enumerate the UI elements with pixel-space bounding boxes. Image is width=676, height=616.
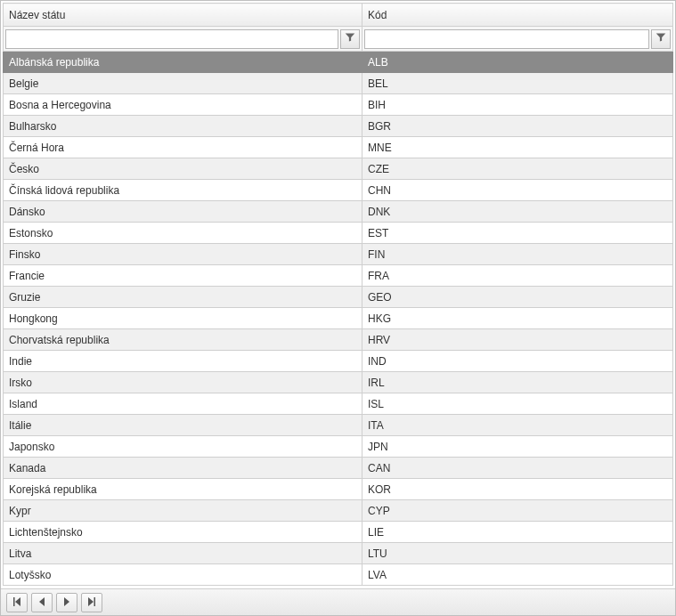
cell-name: Kanada xyxy=(4,458,362,479)
cell-code: KOR xyxy=(362,479,673,500)
cell-code: LTU xyxy=(362,543,673,564)
cell-code: MNE xyxy=(362,137,673,158)
cell-code: LVA xyxy=(362,564,673,586)
cell-code: IRL xyxy=(362,372,673,393)
data-grid: Název státu Kód xyxy=(0,0,676,616)
table-row[interactable]: Chorvatská republikaHRV xyxy=(4,329,673,351)
cell-name: Černá Hora xyxy=(4,137,362,158)
cell-name: Chorvatská republika xyxy=(4,329,362,351)
funnel-icon xyxy=(656,32,666,45)
table-row[interactable]: Korejská republikaKOR xyxy=(4,479,673,500)
cell-code: ISL xyxy=(362,393,673,415)
cell-code: BGR xyxy=(362,116,673,137)
cell-name: Albánská republika xyxy=(4,52,362,73)
funnel-icon xyxy=(345,32,355,45)
cell-code: FRA xyxy=(362,265,673,287)
table-row[interactable]: IndieIND xyxy=(4,351,673,372)
table-row[interactable]: BulharskoBGR xyxy=(4,116,673,137)
table-row[interactable]: HongkongHKG xyxy=(4,308,673,329)
cell-name: Belgie xyxy=(4,73,362,94)
column-header-code[interactable]: Kód xyxy=(362,4,673,27)
cell-name: Česko xyxy=(4,158,362,180)
table-row[interactable]: ItálieITA xyxy=(4,415,673,436)
cell-name: Finsko xyxy=(4,244,362,265)
cell-name: Korejská republika xyxy=(4,479,362,500)
last-icon xyxy=(87,596,96,609)
grid-table: Název státu Kód xyxy=(3,3,673,586)
table-row[interactable]: LichtenštejnskoLIE xyxy=(4,522,673,543)
table-row[interactable]: KyprCYP xyxy=(4,500,673,522)
cell-code: BIH xyxy=(362,94,673,116)
table-row[interactable]: KanadaCAN xyxy=(4,458,673,479)
cell-name: Indie xyxy=(4,351,362,372)
table-row[interactable]: LitvaLTU xyxy=(4,543,673,564)
filter-input-name[interactable] xyxy=(5,29,338,49)
cell-name: Dánsko xyxy=(4,201,362,223)
cell-code: CHN xyxy=(362,180,673,201)
cell-code: JPN xyxy=(362,436,673,458)
filter-input-code[interactable] xyxy=(364,29,649,49)
cell-code: DNK xyxy=(362,201,673,223)
filter-row xyxy=(4,27,673,52)
cell-code: BEL xyxy=(362,73,673,94)
nav-next-button[interactable] xyxy=(56,593,77,612)
cell-code: HKG xyxy=(362,308,673,329)
first-icon xyxy=(12,596,21,609)
header-row: Název státu Kód xyxy=(4,4,673,27)
column-header-name[interactable]: Název státu xyxy=(4,4,362,27)
filter-button-code[interactable] xyxy=(651,29,671,49)
cell-name: Bosna a Hercegovina xyxy=(4,94,362,116)
cell-name: Hongkong xyxy=(4,308,362,329)
cell-name: Lichtenštejnsko xyxy=(4,522,362,543)
filter-cell-name xyxy=(4,27,362,52)
grid-body: Název státu Kód xyxy=(1,1,675,588)
table-row[interactable]: GruzieGEO xyxy=(4,287,673,308)
table-row[interactable]: FinskoFIN xyxy=(4,244,673,265)
cell-code: LIE xyxy=(362,522,673,543)
cell-name: Bulharsko xyxy=(4,116,362,137)
table-row[interactable]: LotyšskoLVA xyxy=(4,564,673,586)
cell-code: ALB xyxy=(362,52,673,73)
cell-name: Francie xyxy=(4,265,362,287)
cell-name: Litva xyxy=(4,543,362,564)
filter-button-name[interactable] xyxy=(340,29,360,49)
table-row[interactable]: EstonskoEST xyxy=(4,223,673,244)
table-row[interactable]: Albánská republikaALB xyxy=(4,52,673,73)
record-navigator xyxy=(1,588,675,615)
nav-prev-button[interactable] xyxy=(31,593,53,612)
cell-name: Gruzie xyxy=(4,287,362,308)
table-row[interactable]: IrskoIRL xyxy=(4,372,673,393)
cell-code: FIN xyxy=(362,244,673,265)
nav-last-button[interactable] xyxy=(81,593,102,612)
cell-code: EST xyxy=(362,223,673,244)
cell-name: Estonsko xyxy=(4,223,362,244)
cell-code: ITA xyxy=(362,415,673,436)
table-row[interactable]: Černá HoraMNE xyxy=(4,137,673,158)
cell-code: CAN xyxy=(362,458,673,479)
table-row[interactable]: JaponskoJPN xyxy=(4,436,673,458)
cell-name: Kypr xyxy=(4,500,362,522)
prev-icon xyxy=(37,596,46,609)
table-row[interactable]: FrancieFRA xyxy=(4,265,673,287)
cell-code: GEO xyxy=(362,287,673,308)
cell-name: Lotyšsko xyxy=(4,564,362,586)
cell-name: Itálie xyxy=(4,415,362,436)
cell-code: CZE xyxy=(362,158,673,180)
cell-name: Japonsko xyxy=(4,436,362,458)
cell-name: Island xyxy=(4,393,362,415)
cell-code: CYP xyxy=(362,500,673,522)
table-row[interactable]: Bosna a HercegovinaBIH xyxy=(4,94,673,116)
cell-code: HRV xyxy=(362,329,673,351)
table-row[interactable]: ČeskoCZE xyxy=(4,158,673,180)
filter-cell-code xyxy=(362,27,673,52)
cell-name: Irsko xyxy=(4,372,362,393)
table-row[interactable]: Čínská lidová republikaCHN xyxy=(4,180,673,201)
cell-code: IND xyxy=(362,351,673,372)
table-row[interactable]: IslandISL xyxy=(4,393,673,415)
grid-rows: Albánská republikaALBBelgieBELBosna a He… xyxy=(4,52,673,586)
table-row[interactable]: DánskoDNK xyxy=(4,201,673,223)
nav-first-button[interactable] xyxy=(6,593,28,612)
table-row[interactable]: BelgieBEL xyxy=(4,73,673,94)
cell-name: Čínská lidová republika xyxy=(4,180,362,201)
next-icon xyxy=(62,596,71,609)
